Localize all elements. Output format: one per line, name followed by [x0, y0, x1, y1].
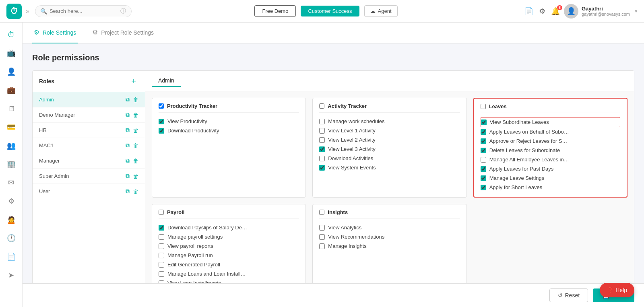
- user-dropdown-icon: ▾: [635, 8, 638, 14]
- agent-icon: ☁: [370, 8, 376, 14]
- sidebar-item-send[interactable]: ➤: [3, 267, 19, 283]
- perm-checkbox[interactable]: [159, 271, 164, 277]
- role-item-label: HR: [39, 127, 126, 133]
- perm-checkbox[interactable]: [159, 280, 164, 284]
- perm-checkbox[interactable]: [319, 156, 325, 161]
- role-item-user[interactable]: User ⧉ 🗑: [33, 184, 145, 199]
- sidebar-item-document[interactable]: 📄: [3, 249, 19, 265]
- sidebar: ⏱ 📺 👤 💼 🖥 💳 👥 🏢 ✉ ⚙ 🙍 🕐 📄 ➤: [0, 23, 23, 307]
- perm-header-checkbox-activity[interactable]: [319, 103, 324, 109]
- delete-role-button[interactable]: 🗑: [133, 188, 138, 195]
- perm-checkbox[interactable]: [319, 146, 325, 152]
- role-item-super-admin[interactable]: Super Admin ⧉ 🗑: [33, 169, 145, 184]
- perm-checkbox[interactable]: [481, 120, 487, 125]
- agent-button[interactable]: ☁ Agent: [364, 5, 398, 17]
- expand-icon[interactable]: »: [26, 8, 29, 15]
- role-item-manager[interactable]: Manager ⧉ 🗑: [33, 153, 145, 169]
- perm-checkbox[interactable]: [159, 225, 164, 231]
- perm-item-apply-leaves-on-behalf-of-subord: Apply Leaves on Behalf of Subord...: [481, 127, 620, 136]
- user-menu[interactable]: 👤 Gayathri gayathri@snovasys.com ▾: [564, 4, 638, 19]
- sidebar-item-person2[interactable]: 🙍: [3, 212, 19, 228]
- sidebar-item-monitor[interactable]: 🖥: [3, 101, 19, 117]
- perm-checkbox[interactable]: [159, 128, 164, 134]
- perm-checkbox[interactable]: [319, 234, 325, 240]
- document-icon-btn[interactable]: 📄: [524, 7, 533, 16]
- delete-role-button[interactable]: 🗑: [133, 142, 138, 149]
- sidebar-item-org[interactable]: 🏢: [3, 156, 19, 172]
- help-button[interactable]: ❓ Help: [600, 283, 634, 297]
- perm-checkbox[interactable]: [481, 175, 486, 181]
- sidebar-item-home[interactable]: ⏱: [3, 27, 19, 43]
- perm-section-title-activity: Activity Tracker: [328, 103, 367, 109]
- sidebar-item-creditcard[interactable]: 💳: [3, 119, 19, 135]
- delete-role-button[interactable]: 🗑: [133, 96, 138, 103]
- copy-role-button[interactable]: ⧉: [126, 96, 130, 103]
- sidebar-item-person[interactable]: 👤: [3, 64, 19, 80]
- perm-checkbox[interactable]: [319, 225, 325, 231]
- customer-success-button[interactable]: Customer Success: [301, 6, 359, 16]
- role-item-label: MAC1: [39, 142, 126, 148]
- perm-header-checkbox-insights[interactable]: [319, 210, 324, 215]
- copy-role-button[interactable]: ⧉: [126, 173, 130, 179]
- tab-role-settings[interactable]: ⚙ Role Settings: [32, 23, 78, 43]
- perm-checkbox[interactable]: [319, 243, 325, 249]
- app-logo[interactable]: ⏱: [6, 4, 22, 19]
- perm-checkbox[interactable]: [319, 137, 325, 143]
- copy-role-button[interactable]: ⧉: [126, 188, 130, 195]
- perm-checkbox[interactable]: [319, 165, 325, 171]
- sidebar-item-group[interactable]: 👥: [3, 138, 19, 154]
- notification-icon-btn[interactable]: 🔔 5: [551, 7, 560, 16]
- perm-checkbox[interactable]: [159, 253, 164, 258]
- perm-checkbox[interactable]: [159, 262, 164, 268]
- perm-checkbox[interactable]: [481, 185, 486, 190]
- perm-item-manage-loans-and-loan-installme: Manage Loans and Loan Installme...: [159, 269, 299, 278]
- role-item-demo-manager[interactable]: Demo Manager ⧉ 🗑: [33, 107, 145, 123]
- roles-header: Roles +: [33, 71, 145, 92]
- sidebar-item-settings[interactable]: ⚙: [3, 193, 19, 209]
- perm-item-label: Apply Leaves for Past Days: [489, 166, 554, 172]
- perm-header-checkbox-leaves[interactable]: [481, 104, 486, 109]
- role-item-admin[interactable]: Admin ⧉ 🗑: [33, 92, 145, 107]
- perm-section-header-productivity: Productivity Tracker: [159, 103, 299, 113]
- admin-tab-row: Admin: [145, 71, 634, 91]
- role-item-hr[interactable]: HR ⧉ 🗑: [33, 123, 145, 138]
- admin-tab[interactable]: Admin: [152, 75, 181, 87]
- perm-checkbox[interactable]: [481, 129, 486, 135]
- perm-checkbox[interactable]: [481, 138, 486, 144]
- roles-panel: Roles + Admin ⧉ 🗑 Demo Manager ⧉ 🗑 HR: [33, 71, 145, 283]
- perm-checkbox[interactable]: [159, 119, 164, 124]
- project-role-settings-icon: ⚙: [92, 29, 98, 36]
- delete-role-button[interactable]: 🗑: [133, 111, 138, 118]
- perm-checkbox[interactable]: [319, 119, 325, 124]
- copy-role-button[interactable]: ⧉: [126, 127, 130, 134]
- role-item-actions: ⧉ 🗑: [126, 127, 138, 134]
- perm-item-view-level-1-activity: View Level 1 Activity: [319, 126, 460, 135]
- tabs-bar: ⚙ Role Settings ⚙ Project Role Settings: [23, 23, 644, 43]
- sidebar-item-tv[interactable]: 📺: [3, 45, 19, 61]
- delete-role-button[interactable]: 🗑: [133, 173, 138, 179]
- search-input[interactable]: [50, 8, 118, 14]
- sidebar-item-briefcase[interactable]: 💼: [3, 82, 19, 98]
- tab-project-role-settings[interactable]: ⚙ Project Role Settings: [91, 23, 155, 43]
- sidebar-item-email[interactable]: ✉: [3, 175, 19, 191]
- sidebar-item-clock[interactable]: 🕐: [3, 230, 19, 246]
- role-item-mac1[interactable]: MAC1 ⧉ 🗑: [33, 138, 145, 153]
- reset-button[interactable]: ↺ Reset: [549, 288, 588, 302]
- perm-checkbox[interactable]: [481, 148, 486, 153]
- copy-role-button[interactable]: ⧉: [126, 111, 130, 118]
- perm-checkbox[interactable]: [159, 243, 164, 249]
- copy-role-button[interactable]: ⧉: [126, 142, 130, 149]
- perm-header-checkbox-payroll[interactable]: [159, 210, 164, 215]
- settings-icon-btn[interactable]: ⚙: [539, 7, 545, 16]
- delete-role-button[interactable]: 🗑: [133, 157, 138, 164]
- delete-role-button[interactable]: 🗑: [133, 127, 138, 134]
- perm-checkbox[interactable]: [159, 234, 164, 240]
- role-item-label: Manager: [39, 158, 126, 164]
- add-role-button[interactable]: +: [129, 76, 138, 86]
- perm-checkbox[interactable]: [481, 166, 486, 172]
- perm-checkbox[interactable]: [319, 128, 325, 134]
- perm-checkbox[interactable]: [481, 157, 486, 163]
- copy-role-button[interactable]: ⧉: [126, 157, 130, 164]
- perm-header-checkbox-productivity[interactable]: [159, 103, 164, 109]
- free-demo-button[interactable]: Free Demo: [254, 5, 296, 17]
